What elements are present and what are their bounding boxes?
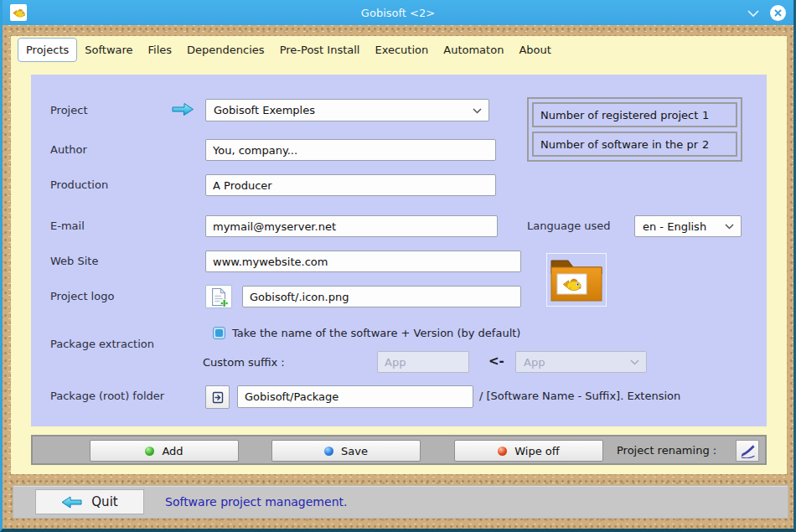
chevron-down-icon	[725, 224, 734, 230]
project-label: Project	[50, 104, 87, 116]
production-label: Production	[50, 178, 108, 191]
wipe-off-button[interactable]: Wipe off	[454, 440, 603, 462]
app-window: Gobisoft <2> Projects Software Files Dep…	[0, 0, 796, 532]
registered-projects-label: Number of registered project	[540, 109, 702, 121]
software-count-value: 2	[702, 138, 729, 151]
notebook: Projects Software Files Dependencies Pre…	[11, 36, 787, 474]
tab-automaton[interactable]: Automaton	[442, 38, 504, 62]
add-dot-icon	[145, 447, 154, 456]
status-bar: Quit Software project management.	[13, 485, 788, 519]
desktop-background: Projects Software Files Dependencies Pre…	[3, 25, 793, 529]
choose-logo-button[interactable]	[205, 285, 232, 308]
package-folder-input[interactable]	[237, 385, 473, 408]
wipe-dot-icon	[498, 447, 507, 456]
projects-pane: Project Gobisoft Exemples Number of regi…	[11, 64, 787, 474]
package-folder-hint: / [Software Name - Suffix]. Extension	[479, 390, 680, 402]
custom-suffix-label: Custom suffix :	[203, 356, 285, 369]
default-name-checkbox-label: Take the name of the software + Version …	[232, 327, 520, 339]
logo-path-input[interactable]	[242, 286, 521, 307]
chevron-down-icon	[473, 108, 482, 114]
status-message: Software project management.	[165, 495, 347, 509]
production-input[interactable]	[205, 174, 496, 196]
author-input[interactable]	[205, 139, 496, 161]
project-renaming-label: Project renaming :	[617, 444, 716, 457]
add-file-icon	[210, 287, 228, 307]
window-title: Gobisoft <2>	[3, 7, 793, 19]
chevron-down-icon	[630, 359, 639, 365]
tab-software[interactable]: Software	[84, 38, 133, 62]
tab-bar: Projects Software Files Dependencies Pre…	[11, 36, 787, 64]
tab-pre-post-install[interactable]: Pre-Post Install	[279, 38, 361, 62]
action-bar: Add Save Wipe off Project renaming :	[31, 435, 767, 465]
website-input[interactable]	[205, 251, 521, 272]
language-label: Language used	[527, 220, 611, 232]
quit-button[interactable]: Quit	[35, 489, 144, 514]
project-logo-label: Project logo	[50, 290, 114, 302]
software-count-row: Number of software in the pr 2	[532, 132, 737, 157]
custom-suffix-input[interactable]	[377, 351, 469, 373]
author-label: Author	[50, 143, 87, 156]
email-input[interactable]	[205, 215, 498, 237]
pen-icon	[739, 443, 756, 458]
project-logo-preview	[546, 253, 607, 307]
save-dot-icon	[324, 447, 333, 456]
project-form: Project Gobisoft Exemples Number of regi…	[31, 75, 767, 426]
tab-execution[interactable]: Execution	[374, 38, 429, 62]
default-name-checkbox[interactable]	[213, 327, 225, 339]
registered-projects-row: Number of registered project 1	[532, 102, 737, 127]
suffix-select[interactable]: App	[515, 351, 647, 373]
tab-projects[interactable]: Projects	[18, 38, 77, 62]
browse-folder-button[interactable]	[205, 385, 230, 409]
back-arrow-icon	[61, 496, 82, 509]
website-label: Web Site	[50, 255, 98, 267]
title-bar[interactable]: Gobisoft <2>	[3, 0, 793, 25]
project-stats-panel: Number of registered project 1 Number of…	[527, 97, 742, 162]
project-renaming-button[interactable]	[736, 440, 759, 462]
add-button[interactable]: Add	[90, 440, 239, 462]
suffix-arrow: <-	[488, 354, 504, 369]
package-folder-label: Package (root) folder	[50, 390, 164, 402]
project-select[interactable]: Gobisoft Exemples	[205, 99, 489, 121]
tab-dependencies[interactable]: Dependencies	[186, 38, 266, 62]
software-count-label: Number of software in the pr	[540, 138, 702, 151]
language-select[interactable]: en - English	[634, 215, 742, 237]
registered-projects-value: 1	[702, 109, 729, 121]
open-document-icon	[211, 390, 225, 405]
current-project-arrow-icon	[172, 102, 194, 116]
tab-files[interactable]: Files	[147, 38, 173, 62]
save-button[interactable]: Save	[271, 440, 421, 462]
package-extraction-label: Package extraction	[50, 338, 154, 350]
tab-about[interactable]: About	[518, 38, 551, 62]
folder-fish-icon	[550, 256, 603, 303]
email-label: E-mail	[50, 220, 85, 232]
